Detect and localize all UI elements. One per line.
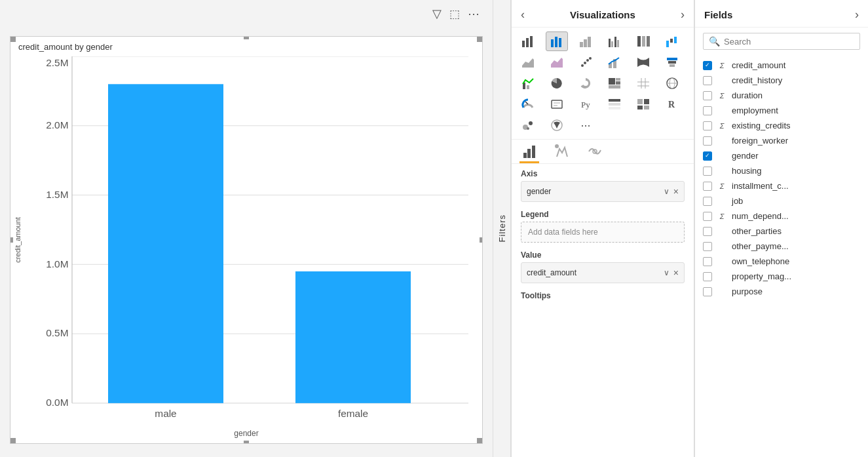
viz-tab-analytics[interactable] (585, 144, 605, 163)
viz-tab-build[interactable] (519, 144, 539, 163)
viz-btn-gauge[interactable] (517, 94, 539, 114)
viz-btn-bar-chart[interactable] (517, 31, 539, 51)
fields-search-box[interactable]: 🔍 (703, 33, 860, 50)
field-checkbox[interactable] (703, 182, 712, 191)
bar-female[interactable] (295, 271, 411, 403)
viz-btn-scatter[interactable] (575, 52, 597, 72)
field-checkbox[interactable] (703, 287, 712, 296)
viz-legend-section: Legend Add data fields here (512, 205, 694, 245)
bar-male[interactable] (108, 84, 223, 403)
svg-point-71 (529, 121, 533, 125)
viz-btn-more[interactable]: ··· (575, 115, 597, 135)
viz-btn-ribbon[interactable] (632, 52, 654, 72)
resize-handle-ml[interactable] (10, 237, 13, 243)
field-checkbox[interactable] (703, 272, 712, 281)
field-item[interactable]: housing (695, 163, 868, 178)
field-checkbox[interactable] (703, 227, 712, 236)
focus-icon[interactable]: ⬚ (449, 7, 460, 21)
fields-nav[interactable]: › (855, 8, 859, 22)
field-item[interactable]: other_payme... (695, 239, 868, 254)
viz-btn-combo[interactable] (603, 52, 626, 72)
field-checkbox[interactable] (703, 257, 712, 266)
field-item[interactable]: employment (695, 103, 868, 118)
viz-btn-python[interactable]: Py (575, 94, 597, 114)
field-checkbox[interactable] (703, 151, 712, 161)
more-icon[interactable]: ⋯ (468, 7, 480, 21)
viz-btn-area[interactable] (517, 52, 539, 72)
field-checkbox[interactable] (703, 167, 712, 176)
resize-handle-bm[interactable] (244, 441, 249, 443)
viz-nav-right[interactable]: › (681, 8, 685, 22)
field-item[interactable]: Σnum_depend... (695, 209, 868, 224)
svg-rect-18 (551, 39, 554, 47)
field-item[interactable]: purpose (695, 284, 868, 299)
field-item[interactable]: Σduration (695, 88, 868, 103)
resize-handle-br[interactable] (477, 438, 482, 443)
svg-point-35 (584, 62, 586, 64)
field-item[interactable]: gender (695, 148, 868, 163)
field-item[interactable]: property_mag... (695, 269, 868, 284)
field-name: housing (732, 166, 762, 176)
resize-handle-bl[interactable] (10, 438, 16, 443)
field-item[interactable]: job (695, 193, 868, 209)
viz-btn-smart-narrative[interactable] (546, 94, 568, 114)
search-input[interactable] (724, 37, 854, 47)
field-checkbox[interactable] (703, 91, 712, 100)
legend-drop-zone[interactable]: Add data fields here (521, 222, 685, 243)
field-item[interactable]: foreign_worker (695, 133, 868, 148)
value-field-chip[interactable]: credit_amount ∨ × (521, 262, 685, 283)
viz-tab-format[interactable] (552, 144, 572, 163)
legend-label: Legend (521, 210, 685, 219)
viz-btn-map[interactable] (546, 115, 568, 135)
viz-btn-line-chart[interactable] (575, 31, 597, 51)
axis-field-chevron[interactable]: ∨ (664, 187, 670, 196)
field-item[interactable]: Σexisting_credits (695, 118, 868, 133)
resize-handle-tl[interactable] (10, 37, 16, 42)
viz-btn-bubble[interactable] (517, 115, 539, 135)
viz-btn-100-bar[interactable] (632, 31, 654, 51)
legend-placeholder: Add data fields here (528, 228, 598, 237)
viz-btn-funnel[interactable] (661, 52, 683, 72)
viz-btn-stacked-bar[interactable] (546, 31, 568, 51)
value-field-chevron[interactable]: ∨ (664, 268, 670, 277)
field-name: existing_credits (732, 121, 791, 130)
field-name: other_parties (732, 226, 782, 236)
viz-btn-globe[interactable] (661, 73, 683, 93)
filter-icon[interactable]: ▽ (432, 7, 442, 21)
field-checkbox[interactable] (703, 136, 712, 146)
field-item[interactable]: credit_history (695, 73, 868, 88)
field-checkbox[interactable] (703, 106, 712, 115)
svg-rect-26 (614, 37, 616, 47)
resize-handle-tr[interactable] (477, 37, 482, 42)
viz-btn-kpi[interactable] (517, 73, 539, 93)
field-item[interactable]: own_telephone (695, 254, 868, 269)
field-checkbox[interactable] (703, 76, 712, 85)
tooltips-label: Tooltips (521, 291, 685, 300)
viz-btn-area2[interactable] (546, 52, 568, 72)
viz-btn-r-visual[interactable]: R (661, 94, 683, 114)
field-item[interactable]: Σinstallment_c... (695, 178, 868, 193)
field-item[interactable]: other_parties (695, 224, 868, 239)
viz-btn-table[interactable] (603, 94, 626, 114)
value-field-remove[interactable]: × (673, 268, 679, 278)
axis-field-chip[interactable]: gender ∨ × (521, 181, 685, 202)
viz-btn-matrix2[interactable] (632, 94, 654, 114)
svg-rect-49 (609, 85, 620, 89)
viz-btn-matrix[interactable] (632, 73, 654, 93)
field-checkbox[interactable] (703, 212, 712, 221)
viz-btn-clustered-bar[interactable] (603, 31, 626, 51)
resize-handle-tm[interactable] (244, 37, 249, 39)
field-checkbox[interactable] (703, 121, 712, 130)
field-checkbox[interactable] (703, 242, 712, 251)
field-checkbox[interactable] (703, 197, 712, 206)
viz-btn-waterfall[interactable] (661, 31, 683, 51)
resize-handle-mr[interactable] (480, 237, 482, 243)
axis-field-remove[interactable]: × (673, 186, 679, 197)
viz-nav-left[interactable]: ‹ (521, 8, 525, 22)
viz-btn-donut[interactable] (575, 73, 597, 93)
field-checkbox[interactable] (703, 61, 712, 70)
viz-btn-treemap[interactable] (603, 73, 626, 93)
filters-panel[interactable]: Filters (493, 0, 511, 457)
viz-btn-pie[interactable] (546, 73, 568, 93)
field-item[interactable]: Σcredit_amount (695, 58, 868, 73)
